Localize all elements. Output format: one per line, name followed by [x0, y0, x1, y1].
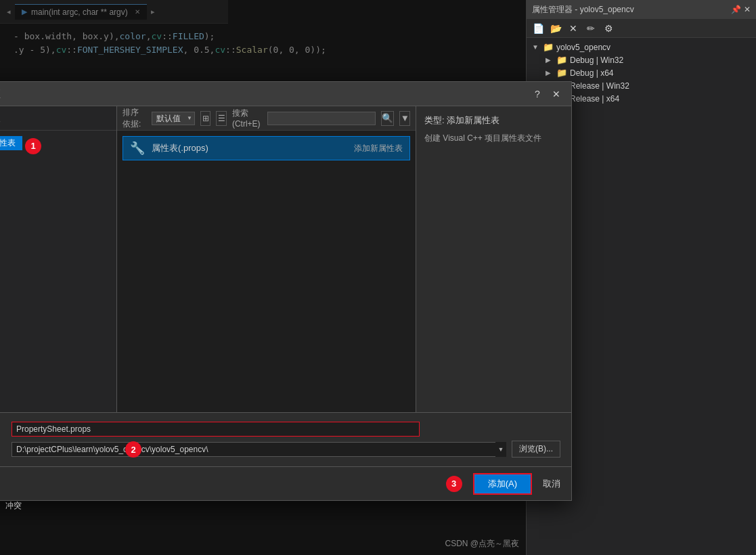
tree-item-label-2: Release | Win32	[570, 81, 629, 91]
tree-root[interactable]: ▼ 📁 yolov5_opencv	[527, 41, 756, 53]
footer-actions: 3 添加(A) 取消	[0, 466, 571, 500]
tree-item-label-0: Debug | Win32	[570, 56, 623, 65]
step3-badge: 3	[446, 476, 462, 492]
installed-label: 已安装	[0, 112, 1, 125]
property-manager-header: 属性管理器 - yolov5_opencv 📌 ✕	[527, 0, 756, 19]
installed-section-header: ▼ 已安装	[0, 106, 116, 131]
name-input[interactable]	[12, 422, 420, 437]
search-btn[interactable]: 🔍	[381, 111, 394, 126]
dialog-right-panel: 类型: 添加新属性表 创建 Visual C++ 项目属性表文件	[416, 106, 571, 412]
type-description: 创建 Visual C++ 项目属性表文件	[424, 132, 563, 145]
online-item[interactable]: ▶ 联机	[0, 164, 111, 181]
list-view-btn[interactable]: ☰	[216, 111, 227, 126]
tree-item-label-1: Debug | x64	[570, 68, 614, 78]
sort-select-wrapper[interactable]: 默认值	[152, 112, 195, 125]
dialog-toolbar: 排序依据: 默认值 ⊞ ☰ 搜索(Ctrl+E) 🔍 ▼	[117, 106, 416, 131]
tree-item-label-3: Release | x64	[570, 94, 619, 104]
name-label: 名称(N):	[0, 424, 6, 435]
search-options-btn[interactable]: ▼	[399, 111, 410, 126]
type-title: 类型: 添加新属性表	[424, 114, 563, 127]
dialog-title: 添加新项	[0, 88, 1, 100]
location-select[interactable]: D:\projectCPlus\learn\yolov5_opencv\yolo…	[12, 442, 506, 457]
sort-label: 排序依据:	[123, 107, 146, 130]
tree-item-debug-win32[interactable]: ▶ 📁 Debug | Win32	[527, 53, 756, 66]
dialog-help-btn[interactable]: ?	[531, 87, 544, 101]
add-new-item-dialog: 添加新项 ? ✕ ▼ 已安装 添加新属性表 1	[0, 81, 572, 501]
dialog-middle-panel: 排序依据: 默认值 ⊞ ☰ 搜索(Ctrl+E) 🔍 ▼	[117, 106, 416, 412]
watermark: CSDN @点亮～黑夜	[445, 538, 519, 550]
wrench-icon: 🔧	[130, 141, 145, 156]
tree-root-label: yolov5_opencv	[556, 43, 610, 52]
step2-badge-container: 2	[125, 441, 141, 458]
properties-btn[interactable]: ⚙	[601, 21, 616, 36]
search-label: 搜索(Ctrl+E)	[232, 108, 263, 129]
step2-badge: 2	[125, 441, 141, 458]
footer-location-row: 位置(L): D:\projectCPlus\learn\yolov5_open…	[0, 441, 560, 458]
conflict-text: 冲突	[0, 497, 27, 514]
add-property-sheet-btn[interactable]: 添加新属性表	[0, 136, 22, 150]
dialog-left-content: 添加新属性表 1 ▶ 联机	[0, 131, 116, 412]
file-list: 🔧 属性表(.props) 添加新属性表	[117, 131, 416, 412]
footer-name-row: 名称(N):	[0, 422, 560, 437]
property-toolbar: 📄 📂 ✕ ✏ ⚙	[527, 19, 756, 38]
dialog-close-btn[interactable]: ✕	[550, 87, 563, 101]
rename-btn[interactable]: ✏	[583, 21, 598, 36]
step1-badge: 1	[25, 138, 41, 154]
new-sheet-btn[interactable]: 📄	[531, 21, 546, 36]
remove-btn[interactable]: ✕	[566, 21, 581, 36]
property-manager-title: 属性管理器 - yolov5_opencv	[532, 4, 634, 16]
props-file-item[interactable]: 🔧 属性表(.props) 添加新属性表	[123, 136, 410, 160]
sort-select[interactable]: 默认值	[152, 112, 195, 125]
props-file-add-label: 添加新属性表	[354, 143, 403, 154]
location-label: 位置(L):	[0, 443, 6, 455]
browse-btn[interactable]: 浏览(B)...	[512, 441, 560, 458]
dialog-overlay: 添加新项 ? ✕ ▼ 已安装 添加新属性表 1	[0, 0, 526, 555]
close-panel-icon[interactable]: ✕	[744, 5, 751, 14]
dialog-left-panel: ▼ 已安装 添加新属性表 1 ▶ 联机	[0, 106, 117, 412]
props-file-name: 属性表(.props)	[152, 142, 208, 154]
add-existing-btn[interactable]: 📂	[548, 21, 563, 36]
search-input[interactable]	[267, 112, 376, 125]
dialog-footer: 名称(N): 位置(L): D:\projectCPlus\learn\yolo…	[0, 412, 571, 466]
panel-controls: 📌 ✕	[731, 5, 751, 14]
dialog-titlebar: 添加新项 ? ✕	[0, 82, 571, 106]
pin-icon[interactable]: 📌	[731, 5, 741, 14]
tree-item-debug-x64[interactable]: ▶ 📁 Debug | x64	[527, 66, 756, 79]
dialog-body: ▼ 已安装 添加新属性表 1 ▶ 联机 排	[0, 106, 571, 412]
cancel-btn[interactable]: 取消	[543, 478, 560, 490]
dialog-window-controls: ? ✕	[531, 87, 563, 101]
add-btn[interactable]: 添加(A)	[473, 473, 532, 495]
grid-view-btn[interactable]: ⊞	[200, 111, 211, 126]
